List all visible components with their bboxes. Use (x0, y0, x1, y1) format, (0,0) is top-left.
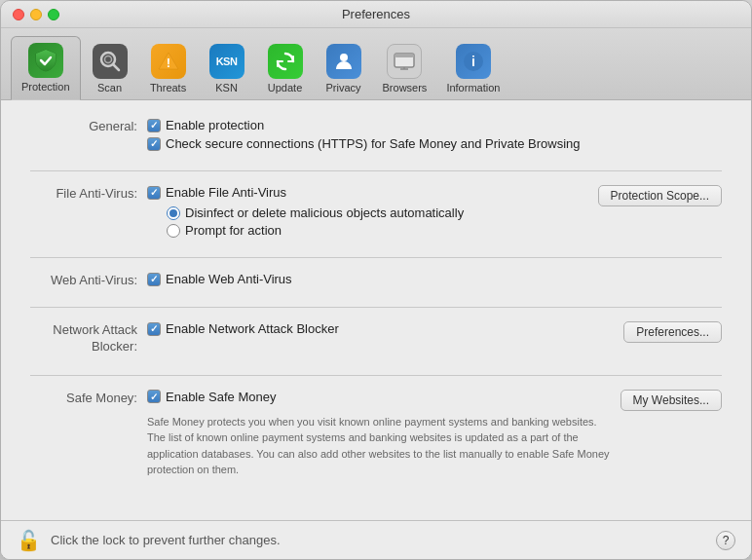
enable-file-av-row: Enable File Anti-Virus (147, 185, 588, 200)
svg-line-1 (113, 64, 119, 70)
svg-text:!: ! (166, 56, 169, 70)
tab-ksn-label: KSN (215, 82, 238, 93)
enable-protection-label: Enable protection (166, 118, 264, 132)
web-antivirus-label: Web Anti-Virus: (30, 272, 147, 287)
web-antivirus-content: Enable Web Anti-Virus (147, 272, 722, 286)
enable-web-av-checkbox[interactable] (147, 273, 161, 286)
maximize-button[interactable] (48, 9, 59, 20)
network-attack-row: Network Attack Blocker: Enable Network A… (30, 321, 722, 355)
help-button[interactable]: ? (716, 531, 735, 550)
network-attack-content: Enable Network Attack Blocker (147, 321, 614, 336)
tab-threats[interactable]: ! Threats (139, 38, 198, 99)
file-antivirus-row: File Anti-Virus: Enable File Anti-Virus … (30, 185, 722, 238)
browsers-icon (387, 44, 422, 79)
tab-update-label: Update (268, 82, 302, 93)
safe-money-label: Safe Money: (30, 390, 147, 405)
content-area: General: Enable protection Check secure … (1, 100, 751, 520)
traffic-lights (13, 9, 59, 20)
file-av-radio-group: Disinfect or delete malicious objects au… (147, 205, 588, 238)
information-icon: i (456, 44, 491, 79)
privacy-icon (326, 44, 361, 79)
protection-scope-button[interactable]: Protection Scope... (598, 185, 722, 206)
enable-protection-checkbox[interactable] (147, 119, 161, 132)
bottom-bar: 🔓 Click the lock to prevent further chan… (1, 520, 751, 559)
check-https-label: Check secure connections (HTTPS) for Saf… (166, 136, 581, 151)
tab-privacy-label: Privacy (326, 82, 361, 93)
lock-icon[interactable]: 🔓 (17, 529, 41, 552)
enable-safe-money-row: Enable Safe Money (147, 390, 611, 404)
disinfect-radio[interactable] (167, 206, 180, 220)
prompt-radio[interactable] (167, 224, 180, 238)
disinfect-radio-label: Disinfect or delete malicious objects au… (185, 205, 464, 220)
preferences-window: Preferences Protection (0, 0, 752, 560)
prompt-radio-label: Prompt for action (185, 223, 282, 238)
tab-update[interactable]: Update (256, 38, 315, 99)
tab-privacy[interactable]: Privacy (315, 38, 373, 99)
enable-safe-money-checkbox[interactable] (147, 390, 161, 403)
file-antivirus-content: Enable File Anti-Virus Disinfect or dele… (147, 185, 588, 238)
enable-web-av-label: Enable Web Anti-Virus (166, 272, 292, 286)
enable-network-attack-label: Enable Network Attack Blocker (166, 321, 339, 336)
file-antivirus-label: File Anti-Virus: (30, 185, 147, 201)
svg-point-2 (104, 56, 111, 63)
protection-icon (28, 43, 63, 78)
protection-scope-btn-area: Protection Scope... (598, 185, 722, 206)
ksn-icon: KSN (209, 44, 244, 79)
tab-ksn[interactable]: KSN KSN (198, 38, 256, 99)
general-section: General: Enable protection Check secure … (30, 118, 722, 171)
network-preferences-button[interactable]: Preferences... (623, 321, 722, 343)
enable-file-av-checkbox[interactable] (147, 186, 161, 200)
lock-text: Click the lock to prevent further change… (51, 533, 706, 547)
window-title: Preferences (342, 7, 410, 21)
network-attack-section: Network Attack Blocker: Enable Network A… (30, 321, 722, 376)
tab-information-label: Information (446, 82, 500, 93)
safe-money-section: Safe Money: Enable Safe Money Safe Money… (30, 390, 722, 498)
general-content: Enable protection Check secure connectio… (147, 118, 722, 151)
enable-safe-money-label: Enable Safe Money (166, 390, 276, 404)
check-https-checkbox[interactable] (147, 137, 161, 151)
enable-file-av-label: Enable File Anti-Virus (166, 185, 286, 200)
safe-money-content: Enable Safe Money Safe Money protects yo… (147, 390, 611, 478)
enable-protection-row: Enable protection (147, 118, 722, 132)
network-attack-label: Network Attack Blocker: (30, 321, 147, 355)
close-button[interactable] (13, 9, 24, 20)
my-websites-button[interactable]: My Websites... (620, 390, 722, 411)
svg-point-5 (340, 54, 348, 61)
tab-browsers[interactable]: Browsers (373, 38, 437, 99)
enable-web-av-row: Enable Web Anti-Virus (147, 272, 722, 286)
safe-money-row: Safe Money: Enable Safe Money Safe Money… (30, 390, 722, 478)
general-label: General: (30, 118, 147, 133)
tab-threats-label: Threats (150, 82, 186, 93)
enable-network-attack-checkbox[interactable] (147, 322, 161, 336)
tab-browsers-label: Browsers (383, 82, 428, 93)
disinfect-radio-row: Disinfect or delete malicious objects au… (167, 205, 588, 220)
svg-rect-7 (395, 54, 414, 57)
minimize-button[interactable] (30, 9, 42, 20)
my-websites-btn-area: My Websites... (620, 390, 722, 411)
toolbar: Protection Scan ! Threats (1, 28, 751, 100)
prompt-radio-row: Prompt for action (167, 223, 588, 238)
tab-information[interactable]: i Information (436, 38, 509, 99)
tab-scan-label: Scan (97, 82, 122, 93)
network-prefs-btn-area: Preferences... (623, 321, 722, 343)
svg-text:i: i (471, 54, 475, 69)
web-antivirus-section: Web Anti-Virus: Enable Web Anti-Virus (30, 272, 722, 308)
scan-icon (93, 44, 128, 79)
threats-icon: ! (151, 44, 186, 79)
file-antivirus-section: File Anti-Virus: Enable File Anti-Virus … (30, 185, 722, 258)
check-https-row: Check secure connections (HTTPS) for Saf… (147, 136, 722, 151)
safe-money-description: Safe Money protects you when you visit k… (147, 414, 611, 478)
tab-protection-label: Protection (21, 81, 70, 93)
general-row: General: Enable protection Check secure … (30, 118, 722, 151)
tab-scan[interactable]: Scan (81, 38, 139, 99)
title-bar: Preferences (1, 1, 751, 28)
update-icon (268, 44, 303, 79)
web-antivirus-row: Web Anti-Virus: Enable Web Anti-Virus (30, 272, 722, 287)
enable-network-attack-row: Enable Network Attack Blocker (147, 321, 614, 336)
tab-protection[interactable]: Protection (11, 36, 81, 100)
